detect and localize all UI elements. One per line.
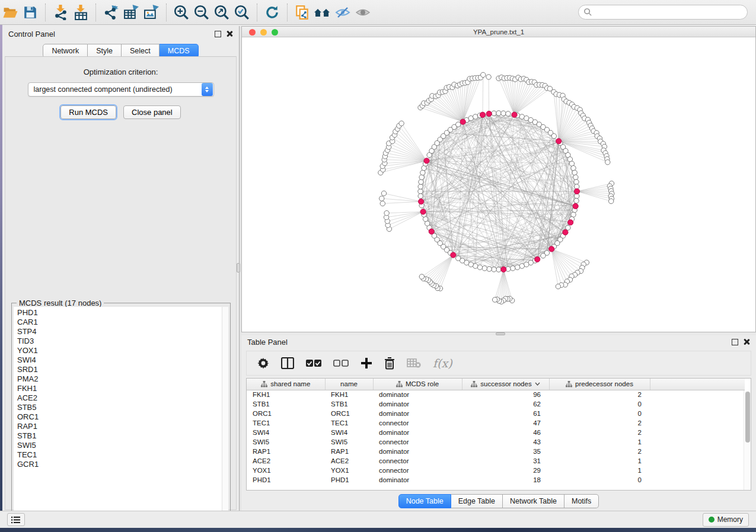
run-mcds-button[interactable]: Run MCDS	[60, 105, 116, 119]
mcds-result-item[interactable]: STB1	[17, 431, 222, 441]
cell-shared-name[interactable]: ORC1	[247, 409, 325, 418]
network-node[interactable]	[487, 267, 492, 271]
network-node[interactable]	[511, 266, 515, 271]
mcds-result-item[interactable]: YOX1	[17, 346, 222, 355]
table-row[interactable]: ORC1ORC1dominator610	[247, 409, 745, 418]
cell-name[interactable]: FKH1	[325, 390, 373, 399]
network-node[interactable]	[573, 175, 578, 180]
cell-successor-nodes[interactable]: 29	[462, 466, 549, 475]
mcds-hub-node[interactable]	[420, 209, 426, 214]
import-network-icon[interactable]	[50, 4, 71, 21]
vertical-splitter-grip[interactable]	[237, 263, 240, 273]
delete-icon[interactable]	[384, 357, 395, 370]
hide-selected-icon[interactable]	[333, 4, 353, 21]
cell-shared-name[interactable]: SWI4	[247, 428, 325, 437]
mcds-hub-node[interactable]	[429, 229, 434, 234]
network-node[interactable]	[496, 267, 501, 272]
tab-node-table[interactable]: Node Table	[398, 494, 451, 508]
cell-MCDS-role[interactable]: dominator	[373, 475, 462, 485]
cell-MCDS-role[interactable]: connector	[373, 418, 462, 428]
gear-icon[interactable]	[257, 357, 269, 369]
mcds-hub-node[interactable]	[549, 246, 554, 252]
cell-shared-name[interactable]: YOX1	[247, 466, 325, 475]
tab-motifs[interactable]: Motifs	[564, 494, 599, 508]
mcds-hub-node[interactable]	[451, 252, 456, 258]
search-input[interactable]	[592, 8, 742, 17]
mcds-list-scrollbar[interactable]	[222, 307, 228, 521]
mcds-result-item[interactable]: SRD1	[17, 365, 222, 374]
export-image-icon[interactable]	[141, 4, 161, 21]
mcds-result-item[interactable]: FKH1	[17, 384, 222, 393]
close-panel-icon[interactable]	[743, 338, 750, 345]
network-leaf-node[interactable]	[556, 284, 560, 289]
cell-MCDS-role[interactable]: dominator	[373, 409, 462, 418]
mcds-result-item[interactable]: PHD1	[17, 308, 222, 318]
network-leaf-node[interactable]	[608, 198, 613, 203]
network-node[interactable]	[418, 184, 423, 189]
network-leaf-node[interactable]	[486, 75, 491, 79]
refresh-icon[interactable]	[262, 4, 282, 21]
cell-shared-name[interactable]: RAP1	[247, 447, 325, 456]
network-node[interactable]	[515, 265, 519, 270]
mcds-result-item[interactable]: STP4	[17, 327, 222, 336]
zoom-out-icon[interactable]	[192, 4, 212, 21]
mcds-hub-node[interactable]	[568, 220, 573, 225]
table-scrollbar-thumb[interactable]	[745, 392, 750, 443]
cell-predecessor-nodes[interactable]: 1	[549, 456, 650, 466]
save-session-icon[interactable]	[20, 4, 40, 21]
cell-shared-name[interactable]: ACE2	[247, 456, 325, 466]
table-row[interactable]: YOX1YOX1connector291	[247, 466, 745, 475]
criterion-select[interactable]: largest connected component (undirected)	[28, 82, 214, 97]
deselect-all-icon[interactable]	[333, 359, 349, 367]
mcds-hub-node[interactable]	[486, 111, 492, 116]
cell-shared-name[interactable]: PHD1	[247, 475, 325, 485]
cell-successor-nodes[interactable]: 62	[462, 399, 549, 409]
network-window-titlebar[interactable]: YPA_prune.txt_1	[242, 27, 755, 37]
cell-successor-nodes[interactable]: 46	[462, 428, 549, 437]
cell-name[interactable]: SWI5	[325, 437, 373, 447]
mcds-result-item[interactable]: SWI5	[17, 441, 222, 450]
mcds-hub-node[interactable]	[563, 230, 568, 235]
search-box[interactable]	[578, 5, 748, 20]
mcds-hub-node[interactable]	[573, 203, 578, 209]
network-node[interactable]	[566, 225, 570, 230]
table-row[interactable]: TEC1TEC1connector472	[247, 418, 745, 428]
float-panel-icon[interactable]	[732, 339, 738, 345]
cell-MCDS-role[interactable]: dominator	[373, 399, 462, 409]
cell-MCDS-role[interactable]: dominator	[373, 428, 462, 437]
cell-name[interactable]: ACE2	[325, 456, 373, 466]
network-node[interactable]	[456, 256, 461, 261]
show-all-icon[interactable]	[353, 4, 373, 21]
cell-predecessor-nodes[interactable]: 2	[549, 390, 650, 399]
cell-MCDS-role[interactable]: connector	[373, 466, 462, 475]
import-table-icon[interactable]	[71, 4, 91, 21]
network-node[interactable]	[519, 264, 524, 268]
cell-name[interactable]: ORC1	[325, 409, 373, 418]
cell-predecessor-nodes[interactable]: 0	[549, 409, 650, 418]
mcds-hub-node[interactable]	[480, 112, 485, 117]
cell-shared-name[interactable]: SWI5	[247, 437, 325, 447]
network-canvas[interactable]	[242, 37, 755, 332]
close-panel-button[interactable]: Close panel	[123, 105, 181, 119]
cell-successor-nodes[interactable]: 35	[462, 447, 549, 456]
table-row[interactable]: RAP1RAP1dominator352	[247, 447, 745, 456]
network-leaf-node[interactable]	[492, 297, 497, 302]
first-neighbors-icon[interactable]	[312, 4, 333, 21]
network-leaf-node[interactable]	[384, 211, 389, 216]
mcds-result-item[interactable]: STB5	[17, 403, 222, 412]
window-close-icon[interactable]	[249, 29, 256, 36]
network-node[interactable]	[482, 266, 487, 271]
cell-shared-name[interactable]: STB1	[247, 399, 325, 409]
table-row[interactable]: SWI5SWI5connector431	[247, 437, 745, 447]
window-minimize-icon[interactable]	[260, 29, 267, 36]
tab-edge-table[interactable]: Edge Table	[451, 494, 503, 508]
column-header-successor-nodes[interactable]: successor nodes	[462, 379, 549, 390]
network-leaf-node[interactable]	[419, 274, 424, 279]
cell-name[interactable]: YOX1	[325, 466, 373, 475]
select-all-icon[interactable]	[306, 359, 321, 367]
zoom-fit-icon[interactable]	[212, 4, 232, 21]
cell-name[interactable]: PHD1	[325, 475, 373, 485]
cell-predecessor-nodes[interactable]: 1	[549, 437, 650, 447]
column-header-predecessor-nodes[interactable]: predecessor nodes	[549, 379, 650, 390]
network-node[interactable]	[496, 111, 501, 116]
